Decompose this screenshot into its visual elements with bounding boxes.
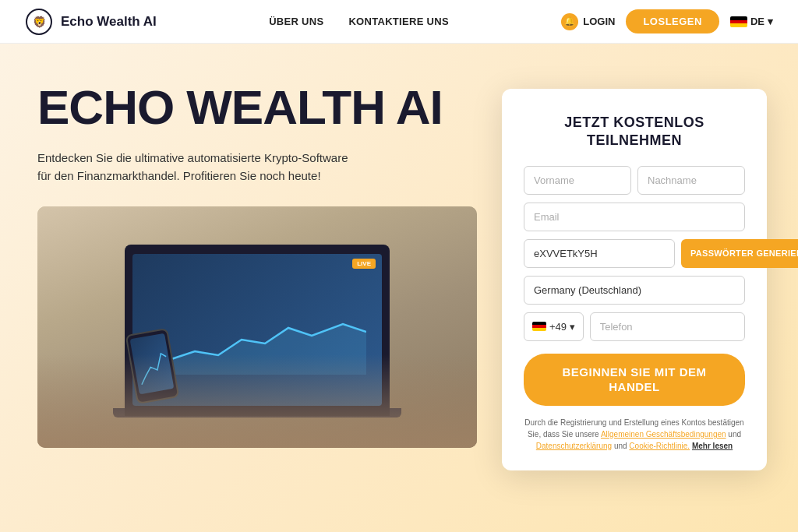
language-selector[interactable]: DE ▾ xyxy=(730,16,773,27)
logo-text: Echo Wealth AI xyxy=(61,14,157,30)
disclaimer-text-2: und xyxy=(728,430,741,439)
disclaimer-text-3: und xyxy=(614,442,627,450)
password-input[interactable] xyxy=(524,239,675,268)
submit-button[interactable]: BEGINNEN SIE MIT DEM HANDEL xyxy=(524,354,745,406)
form-disclaimer: Durch die Registrierung und Erstellung e… xyxy=(524,417,745,452)
name-row xyxy=(524,166,745,195)
notification-bell-icon: 🔔 xyxy=(561,13,578,30)
hero-left: ECHO WEALTH AI Entdecken Sie die ultimat… xyxy=(37,81,477,448)
laptop-scene: LIVE xyxy=(37,206,477,448)
chevron-down-icon: ▾ xyxy=(768,16,773,27)
submit-line1: BEGINNEN SIE MIT DEM xyxy=(562,365,706,379)
lang-label: DE xyxy=(750,16,764,27)
privacy-link[interactable]: Datenschutzerklärung xyxy=(536,442,612,450)
hero-section: ECHO WEALTH AI Entdecken Sie die ultimat… xyxy=(0,44,798,532)
form-title: JETZT KOSTENLOSTEILNEHMEN xyxy=(524,114,745,150)
loslegen-button[interactable]: LOSLEGEN xyxy=(626,9,719,33)
hand-overlay xyxy=(37,354,477,448)
email-input[interactable] xyxy=(524,203,745,231)
generate-password-button[interactable]: PASSWÖRTER GENERIEREN xyxy=(681,239,798,268)
phone-input[interactable] xyxy=(590,312,745,341)
nav-contact[interactable]: KONTAKTIERE UNS xyxy=(348,16,448,27)
hero-subtitle: Entdecken Sie die ultimative automatisie… xyxy=(37,150,365,185)
submit-line2: HANDEL xyxy=(609,380,660,393)
phone-prefix-selector[interactable]: +49 ▾ xyxy=(524,312,584,341)
cookie-link[interactable]: Cookie-Richtlinie. xyxy=(629,442,690,450)
logo-icon: 🦁 xyxy=(25,8,53,36)
registration-form-card: JETZT KOSTENLOSTEILNEHMEN PASSWÖRTER GEN… xyxy=(502,89,767,470)
terms-link[interactable]: Allgemeinen Geschäftsbedingungen xyxy=(601,430,726,439)
phone-row: +49 ▾ xyxy=(524,312,745,341)
email-row xyxy=(524,203,745,231)
nachname-input[interactable] xyxy=(637,166,745,195)
navbar: 🦁 Echo Wealth AI ÜBER UNS KONTAKTIERE UN… xyxy=(0,0,798,44)
mehr-lesen-link[interactable]: Mehr lesen xyxy=(692,442,733,450)
nav-links: ÜBER UNS KONTAKTIERE UNS xyxy=(269,16,449,27)
nav-right: 🔔 LOGIN LOSLEGEN DE ▾ xyxy=(561,9,773,33)
phone-prefix-label: +49 ▾ xyxy=(549,321,575,333)
login-label: LOGIN xyxy=(583,16,615,27)
login-button[interactable]: 🔔 LOGIN xyxy=(561,13,615,30)
vorname-input[interactable] xyxy=(524,166,631,195)
flag-de-icon xyxy=(730,16,747,27)
country-select[interactable]: Germany (Deutschland) xyxy=(524,276,745,305)
nav-about[interactable]: ÜBER UNS xyxy=(269,16,323,27)
password-row: PASSWÖRTER GENERIEREN xyxy=(524,239,745,268)
logo[interactable]: 🦁 Echo Wealth AI xyxy=(25,8,157,36)
svg-text:🦁: 🦁 xyxy=(33,16,47,29)
hero-image: LIVE xyxy=(37,206,477,448)
flag-de-phone-icon xyxy=(532,322,546,331)
hero-title: ECHO WEALTH AI xyxy=(37,81,477,134)
